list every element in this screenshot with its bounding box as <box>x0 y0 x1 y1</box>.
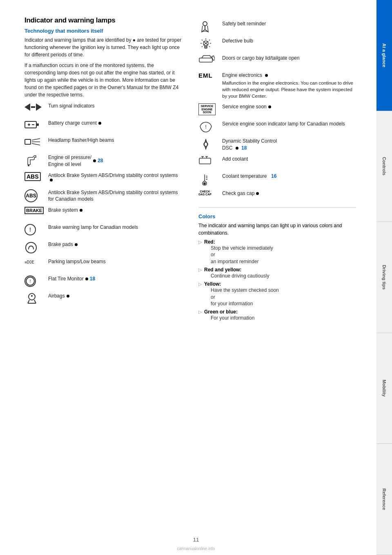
indicator-brake-canada: ! Brake warning lamp for Canadian models <box>24 224 182 237</box>
color-red: ▷ Red: Stop the vehicle immediatelyoran … <box>198 239 356 265</box>
brake-canada-icon: ! <box>24 224 45 235</box>
add-coolant-icon <box>198 156 219 166</box>
indicator-abs: ABS Antilock Brake System ABS/Driving st… <box>24 172 182 185</box>
color-red-arrow: ▷ <box>198 239 202 245</box>
abs-canada-icon: ABS <box>24 189 45 202</box>
flat-tire-dot <box>85 278 88 280</box>
indicator-airbags: Airbags <box>24 293 182 306</box>
eml-icon: EML <box>198 72 219 79</box>
engine-oil-link[interactable]: 28 <box>98 157 103 164</box>
svg-rect-4 <box>25 121 36 128</box>
check-gas-icon: CHECKGAS CAP <box>198 190 219 196</box>
airbags-icon <box>24 293 45 304</box>
indicator-brake-pads: Brake pads <box>24 241 182 254</box>
indicator-seatbelt: Safety belt reminder <box>198 20 356 34</box>
sidebar-tab-mobility[interactable]: Mobility <box>376 333 392 444</box>
svg-marker-0 <box>24 103 30 111</box>
indicator-check-gas: CHECKGAS CAP Check gas cap <box>198 190 356 203</box>
colors-title: Colors <box>198 213 356 219</box>
indicator-battery: Battery charge current <box>24 120 182 133</box>
indicator-service-canada: ! Service engine soon indicator lamp for… <box>198 121 356 134</box>
defective-bulb-label: Defective bulb <box>222 38 253 45</box>
color-red-yellow-label: Red and yellow: <box>204 267 241 273</box>
svg-point-14 <box>28 165 29 166</box>
battery-label: Battery charge current <box>48 120 101 127</box>
abs-canada-label: Antilock Brake System ABS/Driving stabil… <box>48 189 182 203</box>
abs-canada-icon-circle: ABS <box>24 189 38 202</box>
abs-icon: ABS <box>24 172 45 181</box>
door-open-icon <box>198 55 219 64</box>
dsc-link[interactable]: 18 <box>241 145 247 151</box>
service-soon-text-icon: SERVICEENGINESOON <box>198 103 216 115</box>
defective-bulb-icon <box>198 38 219 51</box>
main-content: Indicator and warning lamps Technology t… <box>0 0 376 555</box>
abs-text-icon: ABS <box>24 172 41 181</box>
color-yellow-label: Yellow: <box>204 281 221 287</box>
color-yellow-desc: Have the system checked soonorfor your i… <box>211 287 279 307</box>
indicator-headlamp: Headlamp flasher/High beams <box>24 137 182 150</box>
right-indicator-list: Safety belt reminder <box>198 20 356 203</box>
watermark: carmanualonline.info <box>177 546 215 551</box>
indicator-eml: EML Engine electronics Malfunction in th… <box>198 72 356 99</box>
svg-line-28 <box>209 46 210 47</box>
svg-rect-36 <box>199 58 212 62</box>
svg-text:≡DOE: ≡DOE <box>24 260 34 264</box>
color-red-desc: Stop the vehicle immediatelyoran importa… <box>211 245 273 265</box>
indicator-dsc: Dynamic Stability Control DSC 18 <box>198 138 356 152</box>
engine-oil-label: Engine oil pressure/Engine oil level 28 <box>48 154 103 168</box>
sidebar-tab-reference[interactable]: Reference <box>376 444 392 555</box>
svg-marker-2 <box>36 103 42 111</box>
left-column: Indicator and warning lamps Technology t… <box>24 16 194 539</box>
svg-line-31 <box>202 46 203 47</box>
svg-text:!: ! <box>205 124 207 130</box>
sidebar-tabs: At a glance Controls Driving tips Mobili… <box>376 0 392 555</box>
color-green-blue: ▷ Green or blue: For your information <box>198 309 356 322</box>
brake-text-icon: BRAKE <box>24 207 44 214</box>
page-number: 11 <box>193 537 199 543</box>
sidebar-tab-driving-tips[interactable]: Driving tips <box>376 222 392 333</box>
svg-line-26 <box>209 40 210 40</box>
svg-line-29 <box>202 40 203 40</box>
parking-label: Parking lamps/Low beams <box>48 258 106 265</box>
indicator-coolant-temp: Coolant temperature 16 <box>198 173 356 186</box>
indicator-brake: BRAKE Brake system <box>24 207 182 220</box>
check-gas-text-icon: CHECKGAS CAP <box>198 190 212 196</box>
brake-pads-icon <box>24 241 45 254</box>
brake-canada-label: Brake warning lamp for Canadian models <box>48 224 138 231</box>
service-canada-icon: ! <box>198 121 219 134</box>
service-canada-label: Service engine soon indicator lamp for C… <box>222 121 345 128</box>
brake-label: Brake system <box>48 207 82 214</box>
svg-rect-5 <box>37 123 39 126</box>
indicator-defective-bulb: Defective bulb <box>198 38 356 51</box>
indicator-parking: ≡DOE Parking lamps/Low beams <box>24 258 182 271</box>
right-column: Safety belt reminder <box>194 16 356 539</box>
colors-intro: The indicator and warning lamps can ligh… <box>198 222 356 237</box>
sidebar-tab-controls[interactable]: Controls <box>376 111 392 222</box>
svg-point-50 <box>203 182 206 185</box>
brake-canada-icon-circle: ! <box>24 224 36 235</box>
door-open-label: Doors or cargo bay lid/tailgate open <box>222 55 299 62</box>
left-indicator-list: Turn signal indicators Battery charge c <box>24 103 182 306</box>
turn-signal-icon <box>24 103 45 112</box>
brake-dot <box>80 209 82 212</box>
dsc-dot <box>236 147 238 150</box>
headlamp-label: Headlamp flasher/High beams <box>48 137 114 144</box>
airbags-dot <box>67 295 69 298</box>
engine-oil-dot <box>93 159 96 162</box>
sidebar-tab-at-a-glance[interactable]: At a glance <box>376 0 392 111</box>
battery-dot <box>98 122 101 125</box>
svg-point-21 <box>31 295 33 297</box>
turn-signal-label: Turn signal indicators <box>48 103 95 110</box>
color-red-yellow-desc: Continue driving cautiously <box>211 273 269 280</box>
flat-tire-link[interactable]: 18 <box>90 275 95 282</box>
color-green-blue-desc: For your information <box>211 315 254 322</box>
flat-tire-icon: ! <box>24 275 45 287</box>
coolant-temp-label: Coolant temperature 16 <box>222 173 276 180</box>
brake-icon: BRAKE <box>24 207 45 214</box>
headlamp-icon <box>24 137 45 147</box>
coolant-temp-link[interactable]: 16 <box>271 173 276 180</box>
flat-tire-icon-circle: ! <box>24 275 36 287</box>
svg-rect-3 <box>32 106 35 108</box>
parking-icon: ≡DOE <box>24 258 45 265</box>
indicator-door-open: Doors or cargo bay lid/tailgate open <box>198 55 356 68</box>
